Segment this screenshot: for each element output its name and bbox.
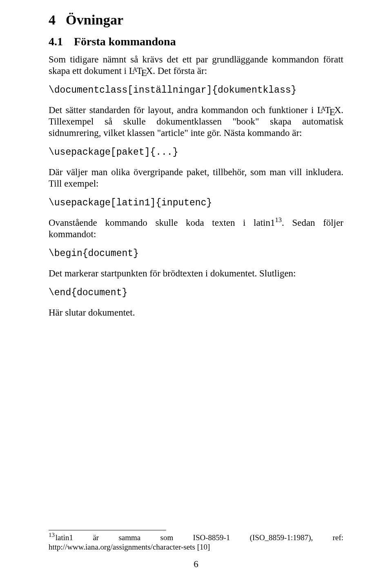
latex-logo: LATEX <box>129 66 153 76</box>
subsection-number: 4.1 <box>49 35 74 48</box>
paragraph-2a: Det sätter standarden för layout, andra … <box>49 105 317 115</box>
content-area: 4Övningar 4.1Första kommandona Som tidig… <box>49 12 343 327</box>
code-block-5: \end{document} <box>49 287 343 298</box>
paragraph-2: Det sätter standarden för layout, andra … <box>49 105 343 139</box>
code-block-2: \usepackage[paket]{...} <box>49 147 343 158</box>
paragraph-1b: . Det första är: <box>153 66 207 76</box>
section-heading: 4Övningar <box>49 12 343 28</box>
code-block-1: \documentclass[inställningar]{dokumentkl… <box>49 85 343 96</box>
footnote-mark: 13 <box>49 532 55 538</box>
paragraph-1: Som tidigare nämnt så krävs det ett par … <box>49 54 343 77</box>
paragraph-4: Ovanstående kommando skulle koda texten … <box>49 217 343 240</box>
paragraph-5: Det markerar startpunkten för brödtexten… <box>49 268 343 279</box>
paragraph-3: Där väljer man olika övergripande paket,… <box>49 167 343 189</box>
subsection-title: Första kommandona <box>74 35 176 48</box>
footnote-text: latin1 är samma som ISO-8859-1 (ISO_8859… <box>49 533 343 551</box>
footnote-ref: 13 <box>275 216 282 224</box>
footnote-13: 13latin1 är samma som ISO-8859-1 (ISO_88… <box>49 533 343 552</box>
footnote-area: 13latin1 är samma som ISO-8859-1 (ISO_88… <box>49 530 343 552</box>
page-number: 6 <box>0 559 392 570</box>
footnote-rule <box>49 530 166 530</box>
section-title: Övningar <box>66 12 123 27</box>
code-block-3: \usepackage[latin1]{inputenc} <box>49 198 343 208</box>
latex-logo: LATEX <box>317 105 341 115</box>
section-number: 4 <box>49 12 66 28</box>
page: 4Övningar 4.1Första kommandona Som tidig… <box>0 0 392 581</box>
paragraph-4a: Ovanstående kommando skulle koda texten … <box>49 218 275 228</box>
paragraph-6: Här slutar dokumentet. <box>49 307 343 318</box>
code-block-4: \begin{document} <box>49 248 343 259</box>
subsection-heading: 4.1Första kommandona <box>49 35 343 48</box>
